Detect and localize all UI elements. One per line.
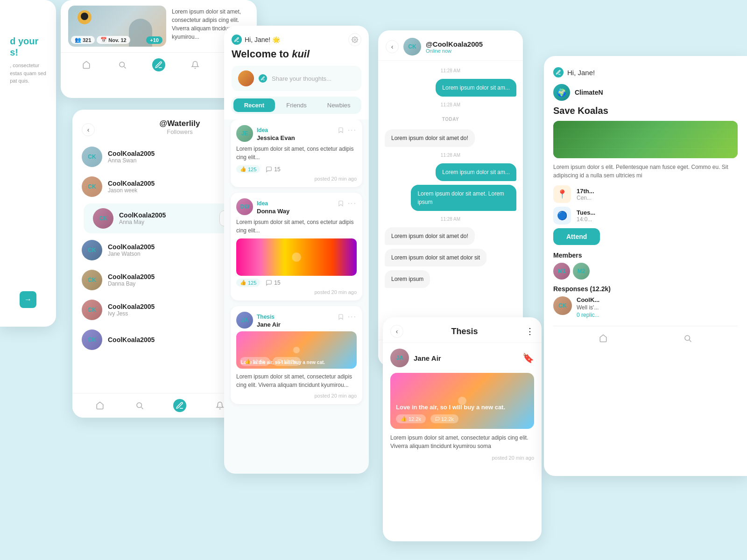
post-1-header: JE Idea ··· Jessica Evan [236,125,357,142]
event-1-icon: 📍 [557,189,567,199]
event-1-info: 17th... Cen... [577,188,594,201]
bookmark-icon-1 [338,127,344,133]
feed-header: Hi, Jane! 🌟 Welcome to kuil Share your t… [224,26,369,119]
feed-posts-area: JE Idea ··· Jessica Evan Lorem ipsum dol… [224,119,369,474]
nav2-home[interactable] [93,399,106,412]
post-2-image [236,238,357,276]
thesis-header: ‹ Thesis ⋮ [383,317,542,343]
post-1-actions: 👍 125 15 [236,165,357,173]
thesis-comments[interactable]: 12.2k [430,414,458,423]
tab-friends[interactable]: Friends [276,98,317,112]
thesis-like-icon: 👍 [401,416,407,422]
right-bottom-nav [553,326,738,350]
thesis-back-button[interactable]: ‹ [390,325,403,338]
feed-welcome-title: Welcome to kuil [232,48,361,60]
follower-info-5: CoolKoala2005 Danna Bay [108,273,225,287]
arrow-button[interactable]: → [20,291,36,308]
event-row-1: 📍 17th... Cen... [553,185,738,203]
post-3-header: JA Thesis ··· Jane Air [236,312,357,329]
plus-badge: +10 [146,36,162,44]
nav-search[interactable] [116,58,129,71]
post-2-avatar: DW [236,198,253,215]
thesis-likes[interactable]: 👍 12.2k [396,414,426,423]
chat-back-button[interactable]: ‹ [386,40,399,53]
msg-sent-3: Lorem ipsum dolor sit amet. Lorem ipsum [411,185,516,211]
event-2-subtitle: 14:0... [577,216,595,223]
more-icon-2[interactable]: ··· [348,199,357,208]
nav-bell[interactable] [189,58,202,71]
thesis-more-icon[interactable]: ⋮ [526,326,534,336]
nav2-pen-active[interactable] [173,399,186,412]
chat-messages-area: 11:28 AM Lorem ipsum dolor sit am... 11:… [378,61,523,340]
climate-row: 🌍 ClimateN [553,84,738,101]
nav3-search[interactable] [681,332,694,345]
avatar-7: CK [82,329,102,350]
climate-icon: 🌍 [553,84,570,101]
response-user-name: CoolK... [577,296,599,303]
save-koalas-title: Save Koalas [553,105,738,116]
thesis-counts: 👍 12.2k 12.2k [396,414,505,423]
msg-time-4: 11:28 AM [385,217,516,222]
attend-button[interactable]: Attend [553,228,600,245]
more-icon-3[interactable]: ··· [348,313,357,321]
post-3-category: Thesis [257,314,275,320]
response-text: Well is'... [577,303,599,312]
thesis-comment-icon [435,417,440,421]
follower-info-3: CoolKoala2005 Anna May [119,211,214,225]
post-2-header: DW Idea ··· Donna Way [236,198,357,215]
user-avatar-compose [238,70,254,86]
member-avatars: M1 M2 [553,263,738,280]
follower-info-1: CoolKoala2005 Anna Swan [108,150,233,164]
svg-point-9 [685,336,690,341]
post-3-like-count[interactable]: 👍 12.5k [240,357,270,366]
thesis-bookmark-icon[interactable]: 🔖 [522,352,534,364]
post-3-time: posted 20 min ago [236,393,357,399]
members-title: Members [553,252,738,259]
msg-time-1: 11:28 AM [385,68,516,73]
post-2-likes[interactable]: 👍 125 [236,279,260,287]
chat-panel: ‹ CK @CoolKoala2005 Online now 11:28 AM … [378,30,523,366]
nav2-search[interactable] [133,399,146,412]
post-3-author: Jane Air [257,321,357,328]
follower-info-6: CoolKoala2005 Ivy Jess [108,303,225,317]
svg-line-1 [124,67,126,69]
follower-info-2: CoolKoala2005 Jason week [108,180,233,194]
post-3-comment-count[interactable]: 12.2k [273,357,301,366]
nav-pen-active[interactable] [152,58,165,71]
post-2-category: Idea [257,200,268,207]
post-1-time: posted 20 min ago [236,176,357,182]
event-2-icon: 🔵 [557,210,567,221]
member-avatar-1: M1 [553,263,570,280]
feed-greeting-text: Hi, Jane! 🌟 [245,36,280,43]
post-2-actions: 👍 125 15 [236,279,357,287]
response-replies[interactable]: 0 replic... [577,312,599,318]
follower-info-7: CoolKoala2005 [108,336,225,343]
feed-settings-icon[interactable] [348,33,361,46]
post-1-likes[interactable]: 👍 125 [236,165,260,173]
followers-back-button[interactable]: ‹ [82,123,95,136]
post-2-comments[interactable]: 15 [266,280,280,286]
thesis-author-info: Jane Air [414,354,518,362]
avatar-6: CK [82,300,102,320]
compose-bar[interactable]: Share your thoughts... [232,66,361,91]
nav-home[interactable] [80,58,93,71]
chat-avatar: CK [403,38,421,56]
right-panel-header: Hi, Jane! [553,67,738,77]
event-row-2: 🔵 Tues... 14:0... [553,207,738,224]
tab-recent[interactable]: Recent [233,98,275,112]
post-card-3: JA Thesis ··· Jane Air Love in the air, … [231,306,362,404]
event-2-icon-box: 🔵 [553,207,571,224]
chat-username: @CoolKoala2005 [426,40,515,48]
avatar-5: CK [82,270,102,290]
followers-subtitle: Followers [160,128,200,135]
post-1-comments[interactable]: 15 [266,166,280,173]
post-1-avatar: JE [236,125,253,142]
tab-newbies[interactable]: Newbies [318,98,359,112]
post-2-body: Lorem ipsum dolor sit amet, cons ectetur… [236,218,357,235]
nav3-home[interactable] [597,332,610,345]
thesis-love-text: Love in the air, so I will buy a new cat… [396,404,505,411]
post-3-avatar: JA [236,312,253,329]
thesis-title: Thesis [451,327,478,336]
more-icon-1[interactable]: ··· [348,126,357,134]
partial-title-line2: s! [10,47,46,58]
